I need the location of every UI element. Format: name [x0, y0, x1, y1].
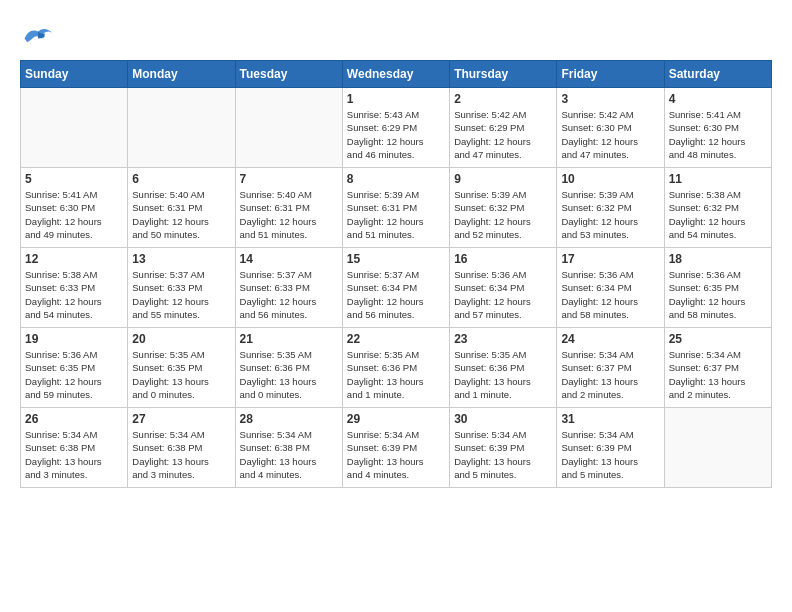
calendar-cell: 12Sunrise: 5:38 AM Sunset: 6:33 PM Dayli…	[21, 248, 128, 328]
calendar-cell: 16Sunrise: 5:36 AM Sunset: 6:34 PM Dayli…	[450, 248, 557, 328]
day-number: 31	[561, 412, 659, 426]
day-number: 10	[561, 172, 659, 186]
calendar-week-row: 12Sunrise: 5:38 AM Sunset: 6:33 PM Dayli…	[21, 248, 772, 328]
day-number: 27	[132, 412, 230, 426]
day-info: Sunrise: 5:38 AM Sunset: 6:33 PM Dayligh…	[25, 268, 123, 321]
day-info: Sunrise: 5:40 AM Sunset: 6:31 PM Dayligh…	[240, 188, 338, 241]
calendar-week-row: 1Sunrise: 5:43 AM Sunset: 6:29 PM Daylig…	[21, 88, 772, 168]
day-info: Sunrise: 5:36 AM Sunset: 6:35 PM Dayligh…	[25, 348, 123, 401]
day-number: 2	[454, 92, 552, 106]
calendar-cell	[664, 408, 771, 488]
header-friday: Friday	[557, 61, 664, 88]
day-info: Sunrise: 5:38 AM Sunset: 6:32 PM Dayligh…	[669, 188, 767, 241]
day-number: 21	[240, 332, 338, 346]
day-number: 4	[669, 92, 767, 106]
calendar-header-row: SundayMondayTuesdayWednesdayThursdayFrid…	[21, 61, 772, 88]
day-number: 18	[669, 252, 767, 266]
day-info: Sunrise: 5:39 AM Sunset: 6:32 PM Dayligh…	[454, 188, 552, 241]
calendar-cell: 14Sunrise: 5:37 AM Sunset: 6:33 PM Dayli…	[235, 248, 342, 328]
day-info: Sunrise: 5:35 AM Sunset: 6:36 PM Dayligh…	[454, 348, 552, 401]
calendar-cell: 7Sunrise: 5:40 AM Sunset: 6:31 PM Daylig…	[235, 168, 342, 248]
calendar-cell: 30Sunrise: 5:34 AM Sunset: 6:39 PM Dayli…	[450, 408, 557, 488]
day-info: Sunrise: 5:37 AM Sunset: 6:34 PM Dayligh…	[347, 268, 445, 321]
day-number: 8	[347, 172, 445, 186]
day-info: Sunrise: 5:41 AM Sunset: 6:30 PM Dayligh…	[25, 188, 123, 241]
day-info: Sunrise: 5:34 AM Sunset: 6:38 PM Dayligh…	[25, 428, 123, 481]
calendar-cell: 18Sunrise: 5:36 AM Sunset: 6:35 PM Dayli…	[664, 248, 771, 328]
day-number: 20	[132, 332, 230, 346]
day-info: Sunrise: 5:34 AM Sunset: 6:37 PM Dayligh…	[669, 348, 767, 401]
day-number: 28	[240, 412, 338, 426]
calendar-cell	[21, 88, 128, 168]
day-info: Sunrise: 5:37 AM Sunset: 6:33 PM Dayligh…	[240, 268, 338, 321]
calendar-cell: 15Sunrise: 5:37 AM Sunset: 6:34 PM Dayli…	[342, 248, 449, 328]
header-monday: Monday	[128, 61, 235, 88]
day-number: 14	[240, 252, 338, 266]
calendar-cell: 10Sunrise: 5:39 AM Sunset: 6:32 PM Dayli…	[557, 168, 664, 248]
day-info: Sunrise: 5:43 AM Sunset: 6:29 PM Dayligh…	[347, 108, 445, 161]
day-info: Sunrise: 5:36 AM Sunset: 6:34 PM Dayligh…	[454, 268, 552, 321]
day-info: Sunrise: 5:35 AM Sunset: 6:36 PM Dayligh…	[347, 348, 445, 401]
day-info: Sunrise: 5:39 AM Sunset: 6:32 PM Dayligh…	[561, 188, 659, 241]
calendar-week-row: 19Sunrise: 5:36 AM Sunset: 6:35 PM Dayli…	[21, 328, 772, 408]
day-number: 6	[132, 172, 230, 186]
day-info: Sunrise: 5:41 AM Sunset: 6:30 PM Dayligh…	[669, 108, 767, 161]
header-thursday: Thursday	[450, 61, 557, 88]
day-info: Sunrise: 5:36 AM Sunset: 6:35 PM Dayligh…	[669, 268, 767, 321]
day-number: 30	[454, 412, 552, 426]
logo-icon	[20, 20, 56, 50]
calendar-cell: 25Sunrise: 5:34 AM Sunset: 6:37 PM Dayli…	[664, 328, 771, 408]
calendar-cell: 17Sunrise: 5:36 AM Sunset: 6:34 PM Dayli…	[557, 248, 664, 328]
calendar-cell: 31Sunrise: 5:34 AM Sunset: 6:39 PM Dayli…	[557, 408, 664, 488]
header-sunday: Sunday	[21, 61, 128, 88]
calendar-cell: 23Sunrise: 5:35 AM Sunset: 6:36 PM Dayli…	[450, 328, 557, 408]
calendar-cell: 5Sunrise: 5:41 AM Sunset: 6:30 PM Daylig…	[21, 168, 128, 248]
calendar-cell: 20Sunrise: 5:35 AM Sunset: 6:35 PM Dayli…	[128, 328, 235, 408]
day-number: 24	[561, 332, 659, 346]
calendar-cell: 8Sunrise: 5:39 AM Sunset: 6:31 PM Daylig…	[342, 168, 449, 248]
day-number: 26	[25, 412, 123, 426]
day-info: Sunrise: 5:36 AM Sunset: 6:34 PM Dayligh…	[561, 268, 659, 321]
day-number: 1	[347, 92, 445, 106]
calendar-cell: 24Sunrise: 5:34 AM Sunset: 6:37 PM Dayli…	[557, 328, 664, 408]
calendar-cell: 13Sunrise: 5:37 AM Sunset: 6:33 PM Dayli…	[128, 248, 235, 328]
calendar-table: SundayMondayTuesdayWednesdayThursdayFrid…	[20, 60, 772, 488]
day-number: 15	[347, 252, 445, 266]
day-info: Sunrise: 5:35 AM Sunset: 6:36 PM Dayligh…	[240, 348, 338, 401]
day-number: 13	[132, 252, 230, 266]
day-info: Sunrise: 5:39 AM Sunset: 6:31 PM Dayligh…	[347, 188, 445, 241]
calendar-week-row: 5Sunrise: 5:41 AM Sunset: 6:30 PM Daylig…	[21, 168, 772, 248]
calendar-cell: 4Sunrise: 5:41 AM Sunset: 6:30 PM Daylig…	[664, 88, 771, 168]
calendar-week-row: 26Sunrise: 5:34 AM Sunset: 6:38 PM Dayli…	[21, 408, 772, 488]
header-tuesday: Tuesday	[235, 61, 342, 88]
day-number: 23	[454, 332, 552, 346]
calendar-cell: 29Sunrise: 5:34 AM Sunset: 6:39 PM Dayli…	[342, 408, 449, 488]
day-info: Sunrise: 5:34 AM Sunset: 6:37 PM Dayligh…	[561, 348, 659, 401]
day-number: 3	[561, 92, 659, 106]
calendar-cell: 2Sunrise: 5:42 AM Sunset: 6:29 PM Daylig…	[450, 88, 557, 168]
calendar-cell: 6Sunrise: 5:40 AM Sunset: 6:31 PM Daylig…	[128, 168, 235, 248]
calendar-cell: 21Sunrise: 5:35 AM Sunset: 6:36 PM Dayli…	[235, 328, 342, 408]
day-info: Sunrise: 5:34 AM Sunset: 6:39 PM Dayligh…	[347, 428, 445, 481]
page-header	[20, 20, 772, 50]
day-info: Sunrise: 5:37 AM Sunset: 6:33 PM Dayligh…	[132, 268, 230, 321]
day-number: 9	[454, 172, 552, 186]
logo	[20, 20, 60, 50]
calendar-cell	[128, 88, 235, 168]
day-number: 16	[454, 252, 552, 266]
day-number: 25	[669, 332, 767, 346]
day-number: 29	[347, 412, 445, 426]
day-info: Sunrise: 5:42 AM Sunset: 6:29 PM Dayligh…	[454, 108, 552, 161]
calendar-cell: 3Sunrise: 5:42 AM Sunset: 6:30 PM Daylig…	[557, 88, 664, 168]
day-number: 22	[347, 332, 445, 346]
day-info: Sunrise: 5:35 AM Sunset: 6:35 PM Dayligh…	[132, 348, 230, 401]
calendar-cell: 22Sunrise: 5:35 AM Sunset: 6:36 PM Dayli…	[342, 328, 449, 408]
day-info: Sunrise: 5:34 AM Sunset: 6:38 PM Dayligh…	[132, 428, 230, 481]
calendar-cell: 19Sunrise: 5:36 AM Sunset: 6:35 PM Dayli…	[21, 328, 128, 408]
day-number: 19	[25, 332, 123, 346]
day-info: Sunrise: 5:42 AM Sunset: 6:30 PM Dayligh…	[561, 108, 659, 161]
day-info: Sunrise: 5:34 AM Sunset: 6:39 PM Dayligh…	[454, 428, 552, 481]
day-info: Sunrise: 5:34 AM Sunset: 6:39 PM Dayligh…	[561, 428, 659, 481]
calendar-cell: 27Sunrise: 5:34 AM Sunset: 6:38 PM Dayli…	[128, 408, 235, 488]
calendar-cell: 28Sunrise: 5:34 AM Sunset: 6:38 PM Dayli…	[235, 408, 342, 488]
